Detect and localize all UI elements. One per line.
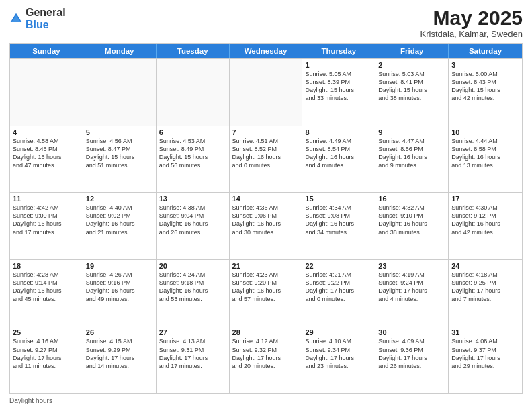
calendar-row-3: 11Sunrise: 4:42 AM Sunset: 9:00 PM Dayli… (10, 192, 522, 259)
day-number: 12 (86, 195, 153, 203)
day-info: Sunrise: 4:21 AM Sunset: 9:22 PM Dayligh… (305, 271, 372, 304)
day-cell-1: 1Sunrise: 5:05 AM Sunset: 8:39 PM Daylig… (302, 59, 375, 126)
day-number: 8 (305, 128, 372, 136)
weekday-header-tuesday: Tuesday (157, 44, 230, 58)
title-block: May 2025 Kristdala, Kalmar, Sweden (420, 7, 523, 39)
day-cell-8: 8Sunrise: 4:49 AM Sunset: 8:54 PM Daylig… (302, 126, 375, 193)
day-info: Sunrise: 5:00 AM Sunset: 8:43 PM Dayligh… (451, 70, 519, 103)
day-info: Sunrise: 4:34 AM Sunset: 9:08 PM Dayligh… (305, 203, 372, 236)
day-info: Sunrise: 4:44 AM Sunset: 8:58 PM Dayligh… (451, 137, 519, 170)
day-info: Sunrise: 4:26 AM Sunset: 9:16 PM Dayligh… (86, 271, 153, 304)
day-cell-10: 10Sunrise: 4:44 AM Sunset: 8:58 PM Dayli… (449, 126, 522, 193)
day-number: 1 (305, 61, 372, 69)
day-cell-13: 13Sunrise: 4:38 AM Sunset: 9:04 PM Dayli… (157, 193, 230, 259)
day-cell-14: 14Sunrise: 4:36 AM Sunset: 9:06 PM Dayli… (230, 193, 303, 259)
day-number: 25 (13, 328, 80, 336)
logo-icon (9, 12, 23, 26)
day-cell-30: 30Sunrise: 4:09 AM Sunset: 9:36 PM Dayli… (375, 326, 449, 393)
day-info: Sunrise: 4:30 AM Sunset: 9:12 PM Dayligh… (451, 203, 519, 236)
day-cell-empty-0-2 (157, 59, 230, 126)
day-cell-20: 20Sunrise: 4:24 AM Sunset: 9:18 PM Dayli… (157, 260, 230, 326)
day-info: Sunrise: 4:15 AM Sunset: 9:29 PM Dayligh… (86, 337, 153, 370)
day-cell-28: 28Sunrise: 4:12 AM Sunset: 9:32 PM Dayli… (230, 326, 303, 393)
day-info: Sunrise: 5:05 AM Sunset: 8:39 PM Dayligh… (305, 70, 372, 103)
day-number: 30 (378, 328, 445, 336)
weekday-header-sunday: Sunday (10, 44, 83, 58)
calendar-row-4: 18Sunrise: 4:28 AM Sunset: 9:14 PM Dayli… (10, 259, 522, 326)
day-number: 24 (451, 262, 519, 270)
logo-general-text: General (26, 7, 66, 18)
day-number: 28 (232, 328, 300, 336)
day-info: Sunrise: 4:10 AM Sunset: 9:34 PM Dayligh… (305, 337, 372, 370)
day-cell-7: 7Sunrise: 4:51 AM Sunset: 8:52 PM Daylig… (230, 126, 303, 193)
day-number: 9 (378, 128, 445, 136)
day-number: 20 (159, 262, 226, 270)
weekday-header-monday: Monday (83, 44, 157, 58)
day-cell-27: 27Sunrise: 4:13 AM Sunset: 9:31 PM Dayli… (157, 326, 230, 393)
day-info: Sunrise: 4:36 AM Sunset: 9:06 PM Dayligh… (232, 203, 300, 236)
day-cell-empty-0-1 (83, 59, 157, 126)
day-number: 5 (86, 128, 153, 136)
day-number: 6 (159, 128, 226, 136)
day-cell-25: 25Sunrise: 4:16 AM Sunset: 9:27 PM Dayli… (10, 326, 83, 393)
day-info: Sunrise: 4:40 AM Sunset: 9:02 PM Dayligh… (86, 203, 153, 236)
day-cell-4: 4Sunrise: 4:58 AM Sunset: 8:45 PM Daylig… (10, 126, 83, 193)
day-info: Sunrise: 4:49 AM Sunset: 8:54 PM Dayligh… (305, 137, 372, 170)
day-info: Sunrise: 5:03 AM Sunset: 8:41 PM Dayligh… (378, 70, 445, 103)
daylight-label: Daylight hours (9, 397, 52, 404)
day-number: 27 (159, 328, 226, 336)
day-number: 17 (451, 195, 519, 203)
day-number: 14 (232, 195, 300, 203)
day-info: Sunrise: 4:47 AM Sunset: 8:56 PM Dayligh… (378, 137, 445, 170)
logo: General Blue (9, 7, 66, 30)
day-cell-26: 26Sunrise: 4:15 AM Sunset: 9:29 PM Dayli… (83, 326, 157, 393)
day-info: Sunrise: 4:38 AM Sunset: 9:04 PM Dayligh… (159, 203, 226, 236)
day-cell-23: 23Sunrise: 4:19 AM Sunset: 9:24 PM Dayli… (375, 260, 449, 326)
day-cell-9: 9Sunrise: 4:47 AM Sunset: 8:56 PM Daylig… (375, 126, 449, 193)
day-number: 7 (232, 128, 300, 136)
day-cell-2: 2Sunrise: 5:03 AM Sunset: 8:41 PM Daylig… (375, 59, 449, 126)
day-cell-empty-0-0 (10, 59, 83, 126)
day-number: 19 (86, 262, 153, 270)
day-number: 3 (451, 61, 519, 69)
day-cell-16: 16Sunrise: 4:32 AM Sunset: 9:10 PM Dayli… (375, 193, 449, 259)
day-info: Sunrise: 4:24 AM Sunset: 9:18 PM Dayligh… (159, 271, 226, 304)
day-cell-15: 15Sunrise: 4:34 AM Sunset: 9:08 PM Dayli… (302, 193, 375, 259)
day-number: 29 (305, 328, 372, 336)
day-number: 21 (232, 262, 300, 270)
day-number: 26 (86, 328, 153, 336)
day-cell-19: 19Sunrise: 4:26 AM Sunset: 9:16 PM Dayli… (83, 260, 157, 326)
day-info: Sunrise: 4:09 AM Sunset: 9:36 PM Dayligh… (378, 337, 445, 370)
day-number: 2 (378, 61, 445, 69)
day-cell-6: 6Sunrise: 4:53 AM Sunset: 8:49 PM Daylig… (157, 126, 230, 193)
day-number: 22 (305, 262, 372, 270)
weekday-header-friday: Friday (375, 44, 449, 58)
day-info: Sunrise: 4:32 AM Sunset: 9:10 PM Dayligh… (378, 203, 445, 236)
day-cell-12: 12Sunrise: 4:40 AM Sunset: 9:02 PM Dayli… (83, 193, 157, 259)
day-info: Sunrise: 4:58 AM Sunset: 8:45 PM Dayligh… (13, 137, 80, 170)
calendar-header: SundayMondayTuesdayWednesdayThursdayFrid… (10, 44, 522, 58)
day-cell-24: 24Sunrise: 4:18 AM Sunset: 9:25 PM Dayli… (449, 260, 522, 326)
day-info: Sunrise: 4:19 AM Sunset: 9:24 PM Dayligh… (378, 271, 445, 304)
day-number: 4 (13, 128, 80, 136)
day-number: 31 (451, 328, 519, 336)
day-info: Sunrise: 4:16 AM Sunset: 9:27 PM Dayligh… (13, 337, 80, 370)
day-info: Sunrise: 4:08 AM Sunset: 9:37 PM Dayligh… (451, 337, 519, 370)
day-info: Sunrise: 4:28 AM Sunset: 9:14 PM Dayligh… (13, 271, 80, 304)
day-number: 10 (451, 128, 519, 136)
calendar-row-1: 1Sunrise: 5:05 AM Sunset: 8:39 PM Daylig… (10, 58, 522, 126)
day-info: Sunrise: 4:13 AM Sunset: 9:31 PM Dayligh… (159, 337, 226, 370)
day-number: 18 (13, 262, 80, 270)
header: General Blue May 2025 Kristdala, Kalmar,… (9, 7, 523, 39)
weekday-header-wednesday: Wednesday (230, 44, 303, 58)
calendar: SundayMondayTuesdayWednesdayThursdayFrid… (9, 43, 523, 394)
footer: Daylight hours (9, 397, 523, 404)
day-info: Sunrise: 4:18 AM Sunset: 9:25 PM Dayligh… (451, 271, 519, 304)
calendar-row-2: 4Sunrise: 4:58 AM Sunset: 8:45 PM Daylig… (10, 126, 522, 193)
day-cell-empty-0-3 (230, 59, 303, 126)
weekday-header-thursday: Thursday (302, 44, 375, 58)
day-cell-11: 11Sunrise: 4:42 AM Sunset: 9:00 PM Dayli… (10, 193, 83, 259)
location-subtitle: Kristdala, Kalmar, Sweden (420, 29, 523, 39)
page: General Blue May 2025 Kristdala, Kalmar,… (0, 0, 532, 411)
day-cell-31: 31Sunrise: 4:08 AM Sunset: 9:37 PM Dayli… (449, 326, 522, 393)
